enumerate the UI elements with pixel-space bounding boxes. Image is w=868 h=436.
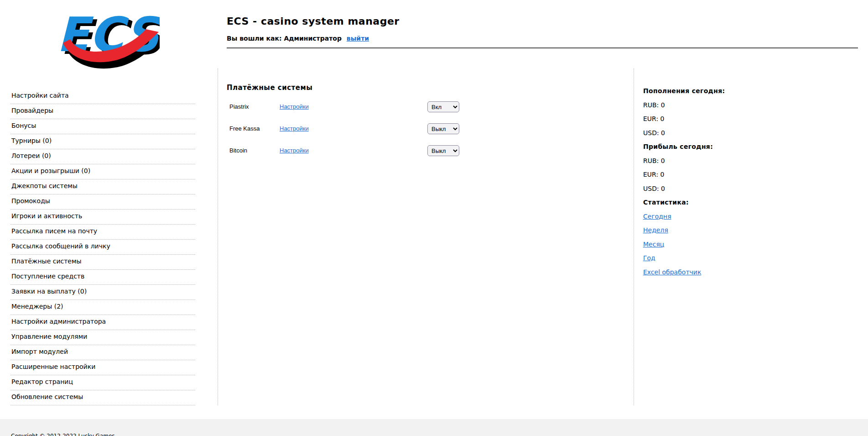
payment-row-piastrix: Piastrix Настройки Вкл Выкл [227, 101, 619, 112]
statistics-heading: Статистика: [643, 195, 794, 210]
page-footer: Copyright © 2012-2022 Lucky Games [0, 419, 868, 436]
settings-link[interactable]: Настройки [280, 103, 309, 110]
status-select-piastrix[interactable]: Вкл Выкл [427, 101, 459, 112]
deposits-heading: Пополнения сегодня: [643, 84, 794, 98]
stats-link-today[interactable]: Сегодня [643, 213, 671, 220]
ecs-logo: ECS ECS [55, 6, 160, 73]
status-select-bitcoin[interactable]: Вкл Выкл [427, 145, 459, 156]
sidebar-item-pm-mailing[interactable]: Рассылка сообщений в личку [10, 240, 195, 255]
deposits-usd: USD: 0 [643, 126, 794, 140]
sidebar-item-advanced-settings[interactable]: Расширенные настройки [10, 360, 195, 375]
sidebar-main-divider [218, 68, 218, 405]
sidebar-item-incoming-funds[interactable]: Поступление средств [10, 270, 195, 285]
sidebar-item-players-activity[interactable]: Игроки и активность [10, 210, 195, 225]
sidebar-item-page-editor[interactable]: Редактор страниц [10, 375, 195, 390]
deposits-rub: RUB: 0 [643, 98, 794, 112]
sidebar-item-promotions[interactable]: Акции и розыгрыши (0) [10, 164, 195, 179]
settings-link[interactable]: Настройки [280, 147, 309, 154]
profit-eur: EUR: 0 [643, 168, 794, 182]
sidebar-item-jackpots[interactable]: Джекпоты системы [10, 179, 195, 194]
logout-link[interactable]: выйти [347, 35, 369, 42]
page-title: ECS - casino system manager [227, 16, 400, 27]
stats-link-month[interactable]: Месяц [643, 241, 664, 248]
sidebar-item-bonuses[interactable]: Бонусы [10, 119, 195, 134]
sidebar-item-admin-settings[interactable]: Настройки администратора [10, 315, 195, 330]
sidebar-item-promocodes[interactable]: Промокоды [10, 194, 195, 210]
sidebar-item-module-management[interactable]: Управление модулями [10, 330, 195, 345]
login-status: Вы вошли как: Администратор выйти [227, 35, 369, 42]
sidebar-item-email-mailing[interactable]: Рассылка писем на почту [10, 225, 195, 240]
header-divider [227, 47, 858, 48]
payment-name: Bitcoin [229, 147, 247, 154]
payment-systems-section: Платёжные системы Piastrix Настройки Вкл… [227, 84, 619, 167]
copyright-text: Copyright © 2012-2022 Lucky Games [11, 433, 115, 436]
sidebar-menu: Настройки сайта Провайдеры Бонусы Турнир… [10, 89, 195, 405]
main-stats-divider [634, 68, 634, 405]
settings-link[interactable]: Настройки [280, 125, 309, 132]
stats-panel: Пополнения сегодня: RUB: 0 EUR: 0 USD: 0… [643, 84, 794, 279]
payment-row-freekassa: Free Kassa Настройки Вкл Выкл [227, 123, 619, 134]
stats-link-week[interactable]: Неделя [643, 226, 668, 234]
profit-heading: Прибыль сегодня: [643, 140, 794, 154]
sidebar-item-payout-requests[interactable]: Заявки на выплату (0) [10, 285, 195, 300]
status-select-freekassa[interactable]: Вкл Выкл [427, 123, 459, 134]
sidebar-item-module-import[interactable]: Импорт модулей [10, 345, 195, 360]
login-label: Вы вошли как: Администратор [227, 35, 342, 42]
sidebar-item-payment-systems[interactable]: Платёжные системы [10, 255, 195, 270]
profit-usd: USD: 0 [643, 182, 794, 196]
ecs-logo-graphic: ECS ECS [55, 6, 160, 73]
payment-row-bitcoin: Bitcoin Настройки Вкл Выкл [227, 145, 619, 156]
payment-name: Free Kassa [229, 125, 260, 132]
sidebar-item-site-settings[interactable]: Настройки сайта [10, 89, 195, 104]
sidebar-item-providers[interactable]: Провайдеры [10, 104, 195, 119]
sidebar-item-system-update[interactable]: Обновление системы [10, 390, 195, 405]
sidebar-item-lotteries[interactable]: Лотереи (0) [10, 149, 195, 164]
deposits-eur: EUR: 0 [643, 112, 794, 126]
profit-rub: RUB: 0 [643, 154, 794, 168]
stats-link-year[interactable]: Год [643, 254, 655, 262]
sidebar-item-tournaments[interactable]: Турниры (0) [10, 134, 195, 149]
payment-name: Piastrix [229, 103, 249, 110]
stats-link-excel[interactable]: Excel обработчик [643, 268, 701, 276]
sidebar-item-managers[interactable]: Менеджеры (2) [10, 300, 195, 315]
section-heading: Платёжные системы [227, 84, 619, 92]
